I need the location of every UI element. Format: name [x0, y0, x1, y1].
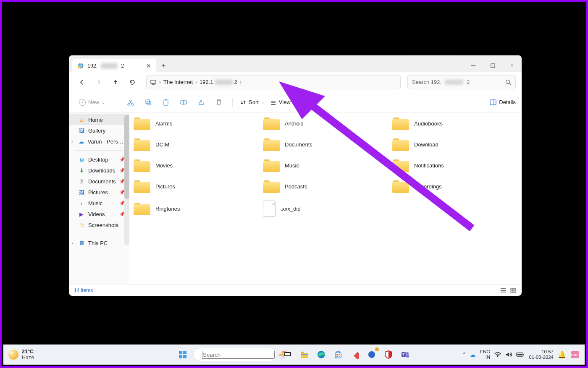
chevron-right-icon: › [240, 79, 242, 85]
onedrive-tray-icon[interactable]: ☁ [470, 352, 475, 358]
maximize-button[interactable] [483, 59, 502, 72]
forward-button[interactable] [92, 75, 106, 89]
task-view-button[interactable] [281, 348, 294, 361]
sidebar-item-videos[interactable]: ▶ Videos 📌 [69, 209, 129, 219]
svg-rect-39 [336, 354, 338, 355]
tab-current[interactable]: 192. 2 ✕ [72, 59, 156, 73]
taskbar-weather[interactable]: 21°C Haze [3, 349, 34, 360]
cut-icon[interactable] [125, 97, 136, 108]
taskbar: 21°C Haze 🍜 T ˄ ☁ ENGIN 10:5701-03-202 [3, 345, 585, 365]
svg-point-49 [497, 356, 499, 358]
refresh-button[interactable] [125, 75, 139, 89]
search-placeholder-suffix: 2 [467, 79, 470, 85]
folder-item[interactable]: Android [263, 117, 388, 130]
minimize-button[interactable] [464, 59, 483, 72]
sort-button[interactable]: Sort ⌄ [240, 99, 265, 105]
folder-item[interactable]: Download [392, 138, 517, 151]
back-button[interactable] [75, 75, 89, 89]
close-tab-button[interactable]: ✕ [146, 63, 151, 69]
app-icon-diamond[interactable] [349, 348, 361, 361]
sidebar-item-music[interactable]: ♪ Music 📌 [69, 198, 129, 209]
chevron-down-icon: ⌄ [261, 100, 265, 104]
clock[interactable]: 10:5701-03-2024 [529, 349, 554, 360]
svg-text:T: T [402, 352, 405, 357]
notifications-icon[interactable]: 🔔 [558, 351, 566, 359]
folder-item[interactable]: Alarms [134, 117, 259, 130]
svg-rect-22 [511, 291, 513, 292]
delete-icon[interactable] [213, 97, 225, 108]
folder-item[interactable]: DCIM [134, 138, 259, 151]
ms-store-icon[interactable] [332, 348, 344, 361]
search-box[interactable]: Search 192. 2 [407, 75, 516, 89]
folder-item[interactable]: Notifications [392, 159, 517, 172]
svg-rect-40 [339, 354, 340, 355]
view-button[interactable]: View ⌄ [270, 99, 297, 105]
sidebar-scrollbar[interactable] [124, 115, 129, 245]
close-window-button[interactable] [502, 59, 522, 72]
teams-icon[interactable]: T [399, 348, 412, 361]
breadcrumb-root[interactable]: The Internet [163, 79, 193, 85]
new-button[interactable]: + New ⌄ [75, 97, 109, 107]
copilot-icon[interactable]: PRE [570, 351, 580, 358]
large-icons-view-icon[interactable] [510, 287, 517, 293]
language-indicator[interactable]: ENGIN [480, 349, 490, 360]
taskbar-search[interactable]: 🍜 [193, 348, 277, 361]
expand-icon[interactable]: › [71, 240, 73, 245]
rename-icon[interactable] [178, 97, 189, 108]
folder-item[interactable]: Documents [263, 138, 388, 151]
tab-title-prefix: 192. [87, 63, 97, 69]
sidebar-item-home[interactable]: ⌂ Home [69, 114, 129, 125]
sidebar-item-thispc[interactable]: › 🖥 This PC [69, 238, 129, 248]
folder-grid: AlarmsAndroidAudiobooksDCIMDocumentsDown… [134, 117, 517, 217]
pc-icon: 🖥 [78, 240, 85, 246]
new-tab-button[interactable]: ＋ [156, 59, 171, 72]
volume-icon[interactable] [505, 352, 512, 358]
svg-rect-23 [514, 291, 516, 292]
details-view-icon[interactable] [500, 287, 507, 293]
taskbar-search-input[interactable] [202, 351, 275, 359]
up-button[interactable] [108, 75, 123, 89]
search-icon [505, 79, 511, 85]
sidebar-label: Pictures [88, 189, 108, 196]
separator [117, 98, 117, 107]
file-explorer-taskbar-icon[interactable] [298, 348, 311, 361]
sidebar-item-pictures[interactable]: 🖼 Pictures 📌 [69, 187, 129, 198]
battery-icon[interactable] [516, 352, 525, 357]
app-icon-globe[interactable] [365, 348, 378, 361]
sidebar-item-downloads[interactable]: ⬇ Downloads 📌 [69, 165, 129, 176]
share-icon[interactable] [195, 97, 207, 108]
paste-icon[interactable] [160, 97, 172, 108]
breadcrumb-ip[interactable]: 192.1 2 [200, 79, 237, 85]
tray-chevron-up-icon[interactable]: ˄ [463, 352, 466, 358]
folder-item[interactable]: Ringtones [134, 201, 259, 217]
sidebar-item-desktop[interactable]: 🖥 Desktop 📌 [69, 154, 129, 165]
svg-rect-3 [491, 64, 495, 68]
sidebar-item-documents[interactable]: 🗎 Documents 📌 [69, 176, 129, 187]
sidebar-item-screenshots[interactable]: 🗀 Screenshots [69, 219, 129, 230]
mcafee-icon[interactable] [382, 348, 395, 361]
wifi-icon[interactable] [494, 352, 501, 358]
folder-item[interactable]: Music [263, 159, 388, 172]
copy-icon[interactable] [142, 97, 154, 108]
folder-item[interactable]: Movies [134, 159, 259, 172]
folder-item[interactable]: Audiobooks [392, 117, 517, 130]
search-redacted [445, 80, 463, 85]
file-icon [263, 201, 276, 217]
sidebar-item-gallery[interactable]: 🖼 Gallery [69, 125, 129, 136]
address-bar[interactable]: › The Internet › 192.1 2 › [146, 75, 401, 89]
expand-icon[interactable]: › [71, 139, 73, 144]
folder-item[interactable]: Recordings [392, 180, 517, 193]
folder-item[interactable]: Pictures [134, 180, 259, 193]
edge-icon[interactable] [315, 348, 328, 361]
start-button[interactable] [176, 348, 189, 361]
sort-label: Sort [249, 99, 259, 105]
details-pane-button[interactable]: Details [490, 99, 516, 105]
file-item[interactable]: .xxx_did [263, 201, 388, 217]
folder-item[interactable]: Podcasts [263, 180, 388, 193]
monitor-icon [150, 79, 157, 86]
folder-name: Pictures [155, 183, 175, 190]
svg-rect-28 [179, 355, 182, 358]
svg-rect-26 [179, 351, 182, 354]
sidebar-item-onedrive[interactable]: › ☁ Varun - Personal [69, 136, 129, 147]
folder-icon [134, 138, 150, 151]
